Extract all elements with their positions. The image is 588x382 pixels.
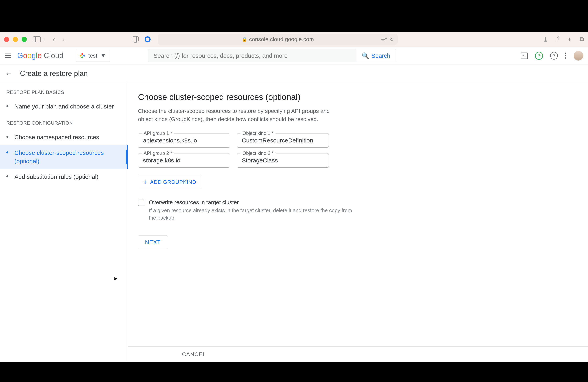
translate-icon[interactable]: ⊕ᴬ: [381, 37, 387, 42]
search-input[interactable]: [148, 52, 356, 59]
project-icon: [80, 53, 85, 58]
object-kind-2-label: Object kind 2 *: [240, 151, 276, 156]
address-bar[interactable]: 🔒 console.cloud.google.com ⊕ᴬ ↻: [158, 34, 398, 45]
api-group-1-label: API group 1 *: [142, 131, 174, 136]
sidebar-step-namespaced[interactable]: Choose namespaced resources: [0, 130, 128, 145]
minimize-window-button[interactable]: [13, 37, 18, 42]
search-bar: 🔍 Search: [148, 49, 396, 62]
plus-icon: +: [143, 178, 147, 186]
section-description: Choose the cluster-scoped resources to r…: [138, 107, 340, 123]
section-heading: Choose cluster-scoped resources (optiona…: [138, 92, 578, 102]
downloads-icon[interactable]: ⤓: [543, 36, 548, 43]
step-bullet-icon: [6, 105, 8, 107]
main-content: Choose cluster-scoped resources (optiona…: [128, 82, 588, 362]
object-kind-1-field: Object kind 1 *: [237, 133, 329, 148]
next-button[interactable]: NEXT: [138, 235, 168, 249]
sidebar-step-cluster-scoped[interactable]: Choose cluster-scoped resources (optiona…: [0, 145, 128, 169]
cloud-shell-icon[interactable]: [521, 53, 528, 59]
api-group-1-field: API group 1 *: [138, 133, 230, 148]
mouse-cursor: ➤: [113, 275, 118, 282]
maximize-window-button[interactable]: [21, 37, 27, 42]
tabs-icon[interactable]: ⧉: [579, 36, 584, 43]
browser-titlebar: ⌄ ‹ › 🔒 console.cloud.google.com ⊕ᴬ ↻ ⤓ …: [0, 32, 588, 47]
lock-icon: 🔒: [242, 37, 247, 42]
step-bullet-icon: [6, 136, 8, 138]
page-title: Create a restore plan: [20, 69, 88, 78]
sidebar-section-config: RESTORE CONFIGURATION: [0, 120, 128, 130]
overwrite-help-text: If a given resource already exists in th…: [149, 207, 354, 221]
privacy-shield-icon[interactable]: [133, 36, 139, 42]
back-arrow-icon[interactable]: ←: [5, 69, 13, 78]
notifications-badge[interactable]: 3: [535, 52, 543, 60]
search-icon: 🔍: [362, 52, 369, 59]
tab-dropdown-icon[interactable]: ⌄: [42, 37, 45, 41]
close-window-button[interactable]: [4, 37, 9, 42]
overwrite-checkbox[interactable]: [138, 200, 144, 206]
project-name: test: [88, 53, 97, 59]
extension-icon[interactable]: [145, 36, 151, 42]
window-controls: [4, 37, 27, 42]
reload-icon[interactable]: ↻: [390, 37, 394, 42]
more-options-icon[interactable]: [565, 53, 567, 59]
wizard-sidebar: RESTORE PLAN BASICS Name your plan and c…: [0, 82, 128, 362]
forward-icon: ›: [62, 35, 64, 43]
api-group-2-field: API group 2 *: [138, 153, 230, 168]
overwrite-label: Overwrite resources in target cluster: [149, 199, 354, 206]
account-avatar[interactable]: [574, 51, 583, 60]
project-picker[interactable]: test ▼: [76, 50, 110, 62]
console-header: Google Cloud test ▼ 🔍 Search 3 ?: [0, 47, 588, 65]
search-button[interactable]: 🔍 Search: [356, 49, 396, 62]
sidebar-step-name-plan[interactable]: Name your plan and choose a cluster: [0, 99, 128, 114]
dropdown-icon: ▼: [100, 53, 106, 59]
help-icon[interactable]: ?: [550, 52, 558, 59]
page-subheader: ← Create a restore plan: [0, 65, 588, 82]
footer-bar: CANCEL: [128, 346, 588, 362]
step-bullet-icon: [6, 175, 8, 177]
sidebar-step-substitution[interactable]: Add substitution rules (optional): [0, 169, 128, 185]
back-icon[interactable]: ‹: [53, 35, 55, 43]
google-cloud-logo[interactable]: Google Cloud: [17, 51, 63, 60]
add-groupkind-button[interactable]: + ADD GROUPKIND: [138, 176, 201, 188]
overwrite-checkbox-row: Overwrite resources in target cluster If…: [138, 199, 354, 221]
sidebar-toggle-icon[interactable]: [33, 36, 41, 42]
cancel-button[interactable]: CANCEL: [182, 351, 206, 358]
nav-menu-button[interactable]: [5, 54, 11, 58]
object-kind-2-field: Object kind 2 *: [237, 153, 329, 168]
url-text: console.cloud.google.com: [249, 36, 314, 42]
step-bullet-icon: [6, 152, 8, 153]
sidebar-section-basics: RESTORE PLAN BASICS: [0, 90, 128, 99]
object-kind-1-label: Object kind 1 *: [240, 131, 276, 136]
api-group-2-label: API group 2 *: [142, 151, 174, 156]
new-tab-icon[interactable]: +: [567, 36, 571, 43]
share-icon[interactable]: ⤴: [556, 36, 560, 43]
